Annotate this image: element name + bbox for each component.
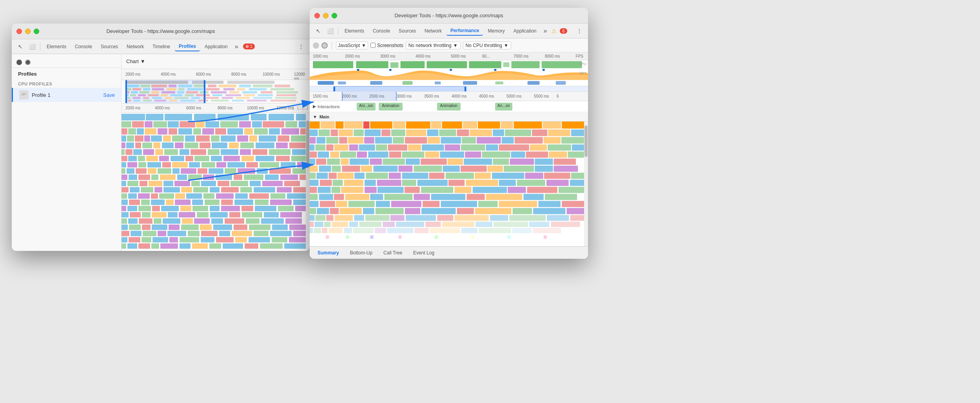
svg-rect-525 [332,187,341,193]
chart-select[interactable]: Chart ▼ [126,58,145,64]
cursor-icon-right[interactable]: ↖ [313,25,324,36]
tab-application[interactable]: Application [201,42,232,51]
screenshots-check[interactable] [370,43,376,48]
minimap[interactable] [122,80,310,103]
error-badge: ⊗ 1 [243,44,255,49]
maximize-button-left[interactable] [34,29,39,34]
tab-sources[interactable]: Sources [97,42,122,51]
main-flame-chart[interactable] [310,122,588,259]
tab-bottom-up[interactable]: Bottom-Up [345,249,377,257]
perf-controls: JavaScript ▼ Screenshots No network thro… [310,38,588,53]
svg-rect-190 [260,162,279,167]
tab-elements-right[interactable]: Elements [341,27,368,35]
tab-timeline[interactable]: Timeline [149,42,174,51]
left-devtools-window: Developer Tools - https://www.google.com… [12,24,310,251]
record-button[interactable] [313,42,319,49]
stop-button[interactable] [321,42,328,49]
cpu-throttle-select[interactable]: No CPU throttling ▼ [463,42,511,49]
svg-rect-348 [138,243,150,249]
record-btn-left[interactable] [16,60,22,65]
flame-scrollbar-thumb[interactable] [306,121,309,168]
svg-point-371 [543,69,545,71]
selection-handle-right[interactable] [204,80,205,103]
main-scrollbar-track[interactable] [584,122,588,259]
tab-sources-right[interactable]: Sources [395,27,420,35]
selection-handle-left[interactable] [125,80,127,103]
tab-network[interactable]: Network [123,42,148,51]
right-devtools-window: Developer Tools - https://www.google.com… [310,8,588,259]
tab-performance-right[interactable]: Performance [446,26,483,36]
more-icon[interactable]: ⋮ [296,41,307,52]
svg-rect-532 [473,187,507,193]
tab-application-right[interactable]: Application [510,27,541,35]
svg-rect-527 [365,187,377,193]
svg-rect-575 [326,215,334,221]
svg-rect-199 [181,168,196,174]
profile-item-1[interactable]: Profile 1 Save [12,88,121,102]
more-icon-right[interactable]: ⋮ [574,25,585,36]
viewport-selection[interactable] [333,86,466,92]
svg-rect-282 [241,206,253,211]
maximize-button-right[interactable] [332,13,337,18]
svg-rect-461 [511,152,525,158]
tab-profiles[interactable]: Profiles [175,42,200,51]
tab-console-right[interactable]: Console [369,27,394,35]
tab-call-tree[interactable]: Call Tree [379,249,407,257]
tab-event-log[interactable]: Event Log [408,249,439,257]
close-button-right[interactable] [314,13,320,18]
svg-rect-288 [142,212,151,218]
viewport-indicator[interactable] [310,86,588,92]
main-toggle-icon[interactable]: ▼ [313,114,317,119]
tab-summary[interactable]: Summary [313,249,344,257]
svg-rect-75 [180,100,195,102]
minimize-button-left[interactable] [25,29,31,34]
main-label: Main [319,114,329,119]
svg-rect-373 [338,82,346,85]
svg-rect-579 [390,215,405,221]
svg-rect-120 [122,135,126,142]
viewport-left-handle[interactable] [334,87,335,92]
js-profiling-select[interactable]: JavaScript ▼ [336,42,368,49]
device-icon[interactable]: ⬜ [27,41,38,52]
svg-rect-242 [221,187,239,192]
stop-btn-left[interactable] [25,60,31,65]
svg-rect-617 [370,235,373,239]
minimize-button-right[interactable] [323,13,328,18]
svg-rect-38 [186,91,198,94]
svg-point-369 [450,69,452,71]
svg-rect-425 [441,137,461,143]
svg-rect-503 [446,173,474,179]
cursor-icon[interactable]: ↖ [15,41,26,52]
tab-memory-right[interactable]: Memory [484,27,508,35]
svg-rect-144 [200,142,211,148]
svg-rect-479 [554,159,576,165]
svg-rect-379 [528,81,540,85]
flame-chart-main[interactable] [122,113,310,251]
tab-console[interactable]: Console [71,42,96,51]
svg-rect-115 [244,128,253,134]
svg-rect-174 [223,156,240,161]
close-button-left[interactable] [16,29,22,34]
screenshots-checkbox[interactable]: Screenshots [370,43,403,48]
svg-rect-409 [470,129,492,136]
main-scrollbar-thumb[interactable] [584,125,588,157]
svg-rect-455 [389,152,401,158]
tab-elements[interactable]: Elements [43,42,70,51]
svg-rect-600 [551,221,580,227]
tab-network-right[interactable]: Network [421,27,446,35]
svg-rect-12 [169,85,176,87]
svg-rect-405 [406,129,426,136]
overflow-icon-right[interactable]: » [541,27,550,34]
network-throttle-select[interactable]: No network throttling ▼ [406,42,461,49]
device-icon-right[interactable]: ⬜ [325,25,336,36]
profile-save-link[interactable]: Save [103,92,115,98]
overflow-icon[interactable]: » [232,43,241,50]
svg-rect-261 [129,200,140,205]
svg-rect-245 [277,187,292,192]
viewport-right-handle[interactable] [465,87,466,92]
svg-rect-303 [182,218,193,224]
svg-rect-467 [327,159,340,165]
svg-rect-511 [333,180,343,186]
interactions-toggle[interactable]: ▶ Interactions [313,104,340,109]
flame-scrollbar-track[interactable] [306,113,310,251]
